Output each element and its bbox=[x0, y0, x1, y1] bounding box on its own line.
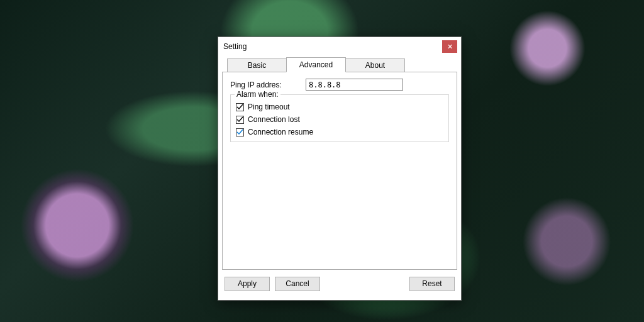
ping-ip-input[interactable] bbox=[306, 79, 403, 91]
close-button[interactable]: ✕ bbox=[442, 40, 457, 53]
client-area: Basic Advanced About Ping IP addres: Ala… bbox=[222, 58, 457, 296]
tab-advanced-label: Advanced bbox=[299, 60, 333, 69]
window-title: Setting bbox=[223, 42, 442, 51]
check-icon bbox=[236, 116, 243, 123]
checkbox-box bbox=[236, 128, 244, 136]
checkbox-label: Connection lost bbox=[248, 115, 300, 124]
close-icon: ✕ bbox=[447, 43, 453, 50]
check-icon bbox=[236, 129, 243, 136]
checkbox-connection-resume[interactable]: Connection resume bbox=[236, 128, 443, 136]
ping-ip-row: Ping IP addres: bbox=[230, 79, 449, 91]
tabpanel-advanced: Ping IP addres: Alarm when: Ping timeout bbox=[222, 72, 457, 270]
tabstrip: Basic Advanced About bbox=[222, 58, 457, 72]
apply-button[interactable]: Apply bbox=[225, 277, 270, 291]
tab-about[interactable]: About bbox=[345, 58, 405, 72]
tab-advanced[interactable]: Advanced bbox=[286, 57, 346, 72]
cancel-button-label: Cancel bbox=[286, 279, 309, 288]
checkbox-label: Ping timeout bbox=[248, 103, 290, 111]
ping-ip-label: Ping IP addres: bbox=[230, 80, 306, 89]
alarm-groupbox: Alarm when: Ping timeout bbox=[230, 94, 449, 142]
checkbox-box bbox=[236, 116, 244, 124]
tab-basic[interactable]: Basic bbox=[227, 58, 287, 72]
reset-button-label: Reset bbox=[422, 279, 441, 288]
settings-window: Setting ✕ Basic Advanced About Ping IP a bbox=[218, 36, 462, 301]
cancel-button[interactable]: Cancel bbox=[275, 277, 320, 291]
checkbox-box bbox=[236, 103, 244, 111]
checkbox-connection-lost[interactable]: Connection lost bbox=[236, 115, 443, 124]
dialog-button-row: Apply Cancel Reset bbox=[222, 275, 457, 292]
tab-about-label: About bbox=[365, 61, 385, 70]
reset-button[interactable]: Reset bbox=[409, 277, 455, 291]
alarm-group-title: Alarm when: bbox=[235, 90, 280, 99]
apply-button-label: Apply bbox=[238, 279, 257, 288]
desktop-wallpaper: Setting ✕ Basic Advanced About Ping IP a bbox=[0, 0, 644, 322]
checkbox-label: Connection resume bbox=[248, 128, 313, 136]
check-icon bbox=[236, 104, 243, 111]
checkbox-ping-timeout[interactable]: Ping timeout bbox=[236, 103, 443, 111]
titlebar[interactable]: Setting ✕ bbox=[218, 37, 461, 56]
tab-basic-label: Basic bbox=[248, 61, 266, 70]
